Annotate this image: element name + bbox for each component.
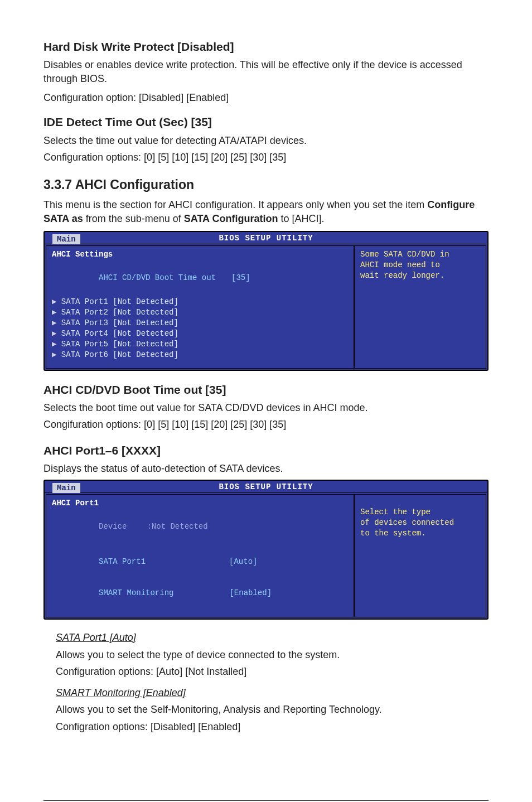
paragraph: Allows you to set the Self-Monitoring, A…: [56, 703, 489, 716]
bold-text: SATA Configuration: [184, 213, 278, 224]
bios-item-label: SATA Port1: [99, 557, 146, 566]
triangle-icon: ▶: [52, 297, 61, 306]
bios-submenu: SATA Port2 [Not Detected]: [61, 308, 178, 317]
bios-submenu: SATA Port3 [Not Detected]: [61, 318, 178, 327]
paragraph: Configuration options: [Auto] [Not Insta…: [56, 665, 489, 678]
bios-item-value: :Not Detected: [147, 522, 207, 531]
text: from the sub-menu of: [83, 213, 184, 224]
paragraph: Displays the status of auto-detection of…: [43, 462, 489, 475]
triangle-icon: ▶: [52, 340, 61, 349]
section-title-ahci-config: 3.3.7 AHCI Configuration: [43, 176, 489, 194]
paragraph: Configuration option: [Disabled] [Enable…: [43, 91, 489, 104]
heading-ide-detect: IDE Detect Time Out (Sec) [35]: [43, 114, 489, 130]
triangle-icon: ▶: [52, 350, 61, 359]
paragraph: Disables or enables device write protect…: [43, 58, 489, 85]
bios-section-header: AHCI Settings: [52, 249, 348, 260]
bios-item-value: [Auto]: [229, 557, 257, 566]
bios-screenshot-ahci-settings: BIOS SETUP UTILITY Main AHCI Settings AH…: [43, 231, 489, 371]
paragraph: Configuration options: [0] [5] [10] [15]…: [43, 151, 489, 164]
bios-item-label: SMART Monitoring: [99, 588, 173, 597]
bios-title: BIOS SETUP UTILITY: [45, 233, 487, 244]
paragraph: Congifuration options: [0] [5] [10] [15]…: [43, 418, 489, 431]
subheading-sata-port1: SATA Port1 [Auto]: [56, 632, 136, 643]
bios-submenu: SATA Port5 [Not Detected]: [61, 340, 178, 349]
bios-help-text: AHCI mode need to: [360, 260, 480, 270]
paragraph: Selects the time out value for detecting…: [43, 134, 489, 147]
text: to [AHCI].: [278, 213, 324, 224]
bios-item-value: [Enabled]: [229, 588, 272, 597]
bios-help-text: to the system.: [360, 528, 480, 539]
bios-submenu: SATA Port6 [Not Detected]: [61, 350, 178, 359]
bios-title: BIOS SETUP UTILITY: [45, 482, 487, 492]
bios-tab-main: Main: [52, 234, 80, 244]
paragraph: Selects the boot time out value for SATA…: [43, 401, 489, 414]
subheading-smart-monitoring: SMART Monitoring [Enabled]: [56, 687, 186, 698]
bios-submenu: SATA Port4 [Not Detected]: [61, 329, 178, 338]
heading-hd-write-protect: Hard Disk Write Protect [Disabled]: [43, 39, 489, 55]
triangle-icon: ▶: [52, 308, 61, 317]
bios-screenshot-ahci-port: BIOS SETUP UTILITY Main AHCI Port1 Devic…: [43, 480, 489, 620]
bios-item-value: [35]: [231, 273, 250, 282]
bios-section-header: AHCI Port1: [52, 498, 348, 509]
paragraph: Configration options: [Disabled] [Enable…: [56, 720, 489, 733]
text: This menu is the section for AHCI config…: [43, 199, 427, 210]
triangle-icon: ▶: [52, 329, 61, 338]
bios-tab-main: Main: [52, 483, 80, 493]
bios-submenu: SATA Port1 [Not Detected]: [61, 297, 178, 306]
bios-item-label: AHCI CD/DVD Boot Time out: [99, 273, 216, 282]
bios-help-text: Select the type: [360, 507, 480, 518]
bios-item-label: Device: [99, 522, 127, 531]
paragraph: This menu is the section for AHCI config…: [43, 198, 489, 225]
triangle-icon: ▶: [52, 318, 61, 327]
paragraph: Allows you to select the type of device …: [56, 648, 489, 661]
bios-help-text: of devices connected: [360, 518, 480, 528]
heading-ahci-boot-time: AHCI CD/DVD Boot Time out [35]: [43, 382, 489, 398]
heading-ahci-port: AHCI Port1–6 [XXXX]: [43, 443, 489, 458]
bios-help-text: Some SATA CD/DVD in: [360, 249, 480, 260]
bios-help-text: wait ready longer.: [360, 270, 480, 281]
